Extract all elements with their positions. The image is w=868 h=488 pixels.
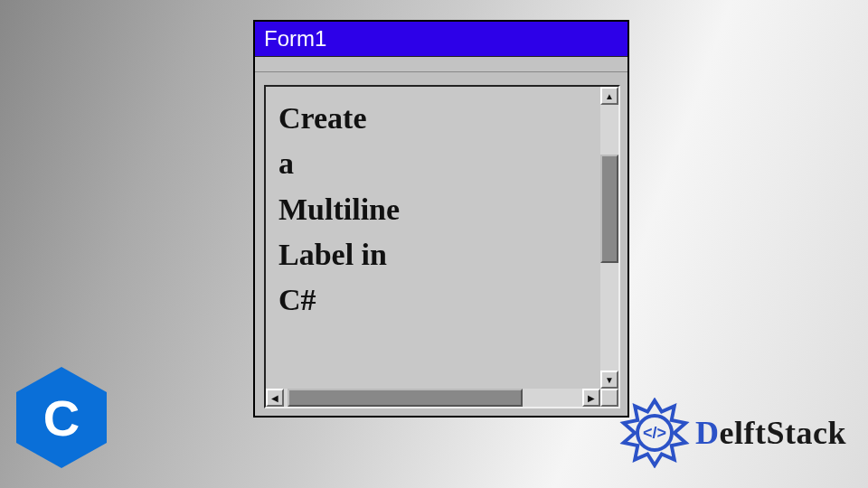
scroll-right-button[interactable]: ▶ [582,389,600,407]
content-area: Create a Multiline Label in C# [266,87,600,389]
delftstack-logo: </> DelftStack [619,398,846,468]
window-title: Form1 [264,26,326,52]
hexagon-icon: C [16,367,107,468]
chevron-down-icon: ▼ [605,375,614,385]
multiline-label: Create a Multiline Label in C# [278,96,588,324]
client-panel: Create a Multiline Label in C# ▲ ▼ ◀ ▶ [264,85,620,408]
form-window: Form1 Create a Multiline Label in C# ▲ ▼… [253,20,629,418]
chevron-right-icon: ▶ [588,393,595,403]
scroll-up-button[interactable]: ▲ [600,87,618,105]
horizontal-scrollbar[interactable]: ◀ ▶ [266,389,600,407]
horizontal-scroll-thumb[interactable] [288,389,523,407]
chevron-up-icon: ▲ [605,91,614,101]
resize-gripper[interactable] [600,389,618,407]
scroll-left-button[interactable]: ◀ [266,389,284,407]
title-bar[interactable]: Form1 [255,22,627,56]
star-icon: </> [619,398,690,468]
code-icon: </> [636,414,674,452]
vertical-scroll-thumb[interactable] [600,155,618,263]
vertical-scrollbar[interactable]: ▲ ▼ [600,87,618,389]
brand-text: DelftStack [695,414,846,452]
csharp-letter: C [43,389,80,447]
chevron-left-icon: ◀ [271,393,278,403]
csharp-badge: C [16,367,107,468]
menu-bar [255,56,627,72]
scroll-down-button[interactable]: ▼ [600,371,618,389]
